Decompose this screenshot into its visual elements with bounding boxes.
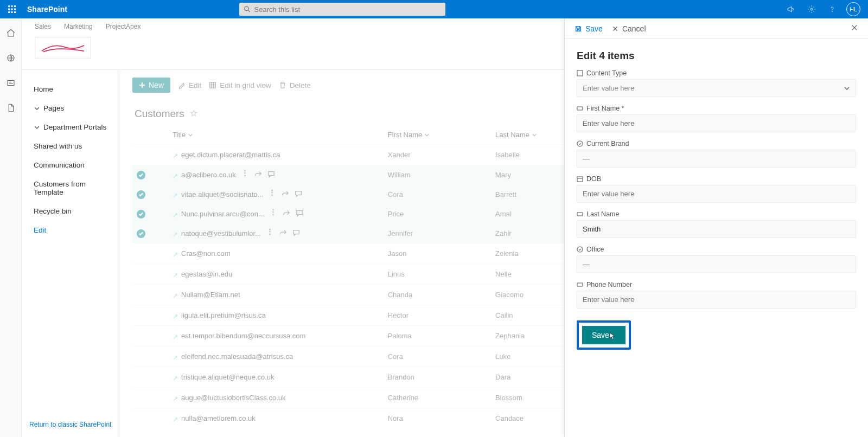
dob-input[interactable] bbox=[577, 185, 856, 203]
row-select[interactable] bbox=[137, 310, 145, 319]
col-title[interactable]: Title bbox=[173, 131, 193, 139]
row-select[interactable] bbox=[137, 269, 145, 278]
chevron-down-icon bbox=[844, 85, 850, 92]
news-icon[interactable] bbox=[6, 78, 16, 90]
row-title[interactable]: eget.dictum.placerat@mattis.ca bbox=[181, 151, 280, 159]
row-first: Linus bbox=[384, 264, 491, 285]
more-icon[interactable]: ⋮ bbox=[241, 170, 249, 179]
app-launcher-icon[interactable] bbox=[4, 2, 20, 17]
phone-input[interactable] bbox=[577, 291, 856, 309]
row-title[interactable]: eleifend.nec.malesuada@atrisus.ca bbox=[181, 352, 293, 361]
link-icon bbox=[173, 231, 178, 236]
button-label: Edit in grid view bbox=[220, 81, 271, 89]
current-brand-value[interactable]: — bbox=[577, 150, 856, 168]
panel-body: Edit 4 items Content Type Enter value he… bbox=[565, 39, 868, 357]
field-dob: DOB bbox=[577, 175, 856, 203]
svg-rect-1 bbox=[11, 5, 13, 7]
title-text: Customers bbox=[135, 108, 184, 120]
row-select[interactable] bbox=[137, 229, 145, 238]
row-title[interactable]: augue@luctuslobortisClass.co.uk bbox=[181, 394, 285, 402]
nav-label: Customers from Template bbox=[34, 180, 107, 196]
row-title[interactable]: Cras@non.com bbox=[181, 249, 231, 258]
row-title[interactable]: egestas@in.edu bbox=[181, 270, 232, 278]
nav-department-portals[interactable]: Department Portals bbox=[28, 118, 112, 137]
row-title[interactable]: Nunc.pulvinar.arcu@con... bbox=[181, 210, 264, 218]
row-select[interactable] bbox=[137, 290, 145, 298]
content-type-select[interactable]: Enter value here bbox=[577, 79, 856, 97]
breadcrumb-item[interactable]: Sales bbox=[35, 23, 51, 30]
favorite-icon[interactable] bbox=[190, 108, 197, 120]
row-select[interactable] bbox=[137, 248, 145, 257]
svg-rect-2 bbox=[14, 5, 16, 7]
nav-shared[interactable]: Shared with us bbox=[28, 137, 112, 156]
comment-icon[interactable] bbox=[292, 229, 300, 238]
comment-icon[interactable] bbox=[296, 209, 303, 218]
nav-customers-from-template[interactable]: Customers from Template bbox=[28, 175, 112, 202]
breadcrumb-item[interactable]: ProjectApex bbox=[106, 23, 141, 30]
panel-close-icon[interactable] bbox=[851, 24, 858, 33]
save-highlight: Save bbox=[577, 320, 631, 350]
field-label: Phone Number bbox=[586, 281, 632, 288]
row-title[interactable]: Nullam@Etiam.net bbox=[181, 291, 240, 299]
search-input[interactable] bbox=[254, 5, 442, 14]
row-select[interactable] bbox=[137, 171, 145, 179]
more-icon[interactable]: ⋮ bbox=[266, 229, 274, 238]
cursor-icon bbox=[609, 332, 616, 340]
svg-rect-4 bbox=[11, 9, 13, 10]
delete-button[interactable]: Delete bbox=[279, 81, 311, 89]
classic-link[interactable]: Return to classic SharePoint bbox=[29, 421, 111, 428]
share-icon[interactable] bbox=[282, 190, 289, 199]
nav-recycle-bin[interactable]: Recycle bin bbox=[28, 202, 112, 221]
home-icon[interactable] bbox=[6, 28, 16, 40]
app-rail bbox=[0, 18, 22, 437]
share-icon[interactable] bbox=[283, 209, 290, 218]
share-icon[interactable] bbox=[254, 170, 262, 179]
row-title[interactable]: a@aclibero.co.uk bbox=[181, 171, 236, 179]
col-first-name[interactable]: First Name bbox=[388, 131, 430, 139]
search-box[interactable] bbox=[239, 3, 445, 16]
row-select[interactable] bbox=[137, 413, 145, 422]
row-select[interactable] bbox=[137, 393, 145, 401]
row-title[interactable]: vitae.aliquet@sociisnato... bbox=[181, 190, 263, 198]
new-button[interactable]: New bbox=[132, 78, 170, 93]
row-select[interactable] bbox=[137, 372, 145, 381]
more-icon[interactable]: ⋮ bbox=[269, 190, 276, 199]
row-title[interactable]: tristique.aliquet@neque.co.uk bbox=[181, 373, 274, 381]
nav-communication[interactable]: Communication bbox=[28, 156, 112, 175]
breadcrumb-item[interactable]: Marketing bbox=[64, 23, 93, 30]
help-icon[interactable] bbox=[826, 3, 839, 16]
file-icon[interactable] bbox=[6, 103, 16, 115]
col-last-name[interactable]: Last Name bbox=[495, 131, 537, 139]
row-select[interactable] bbox=[137, 351, 145, 360]
row-select[interactable] bbox=[137, 210, 145, 218]
office-value[interactable]: — bbox=[577, 255, 856, 273]
comment-icon[interactable] bbox=[295, 190, 302, 199]
share-icon[interactable] bbox=[279, 229, 287, 238]
row-title[interactable]: natoque@vestibulumlor... bbox=[181, 229, 261, 237]
row-select[interactable] bbox=[137, 150, 145, 158]
panel-cancel[interactable]: Cancel bbox=[611, 24, 646, 33]
gear-icon[interactable] bbox=[805, 3, 818, 16]
first-name-input[interactable] bbox=[577, 114, 856, 132]
more-icon[interactable]: ⋮ bbox=[270, 209, 277, 218]
globe-icon[interactable] bbox=[6, 53, 16, 65]
nav-pages[interactable]: Pages bbox=[28, 99, 112, 118]
row-title[interactable]: nulla@ametlorem.co.uk bbox=[181, 414, 256, 422]
row-title[interactable]: est.tempor.bibendum@neccursusa.com bbox=[181, 332, 305, 340]
comment-icon[interactable] bbox=[267, 170, 275, 179]
panel-save-top[interactable]: Save bbox=[575, 24, 603, 33]
nav-home[interactable]: Home bbox=[28, 80, 112, 99]
row-title[interactable]: ligula.elit.pretium@risus.ca bbox=[181, 311, 266, 319]
row-select[interactable] bbox=[137, 190, 145, 199]
last-name-input[interactable] bbox=[577, 220, 856, 238]
megaphone-icon[interactable] bbox=[784, 3, 797, 16]
edit-button[interactable]: Edit bbox=[178, 81, 201, 89]
save-button[interactable]: Save bbox=[582, 326, 626, 344]
site-logo[interactable] bbox=[35, 37, 91, 59]
link-icon bbox=[173, 333, 178, 339]
svg-rect-3 bbox=[8, 9, 10, 10]
avatar[interactable]: HL bbox=[846, 2, 860, 16]
edit-grid-button[interactable]: Edit in grid view bbox=[209, 81, 271, 89]
row-select[interactable] bbox=[137, 331, 145, 339]
nav-edit[interactable]: Edit bbox=[28, 221, 112, 240]
